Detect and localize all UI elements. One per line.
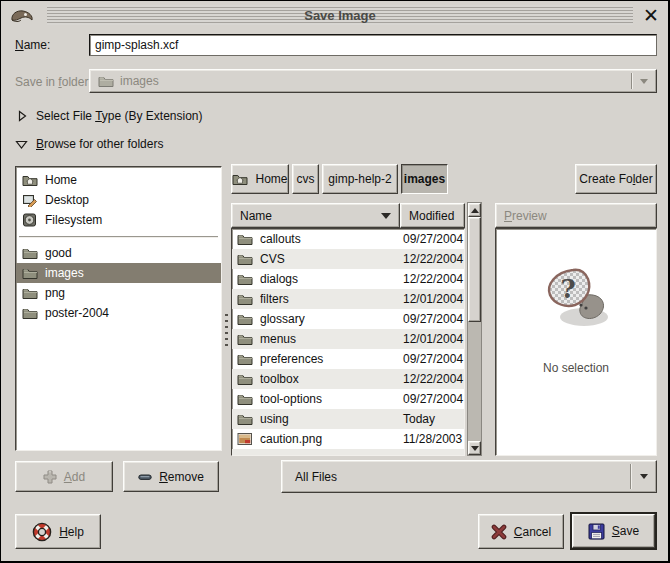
preview-header: Preview [495, 203, 657, 228]
path-button-gimp-help-2[interactable]: gimp-help-2 [322, 164, 398, 194]
column-header-modified[interactable]: Modified [400, 203, 465, 228]
chevron-down-icon [640, 474, 648, 479]
title-bar[interactable]: Save Image [47, 5, 633, 25]
bookmark-png[interactable]: png [16, 283, 221, 303]
desktop-icon [22, 193, 38, 207]
name-input[interactable]: gimp-splash.xcf [89, 34, 657, 56]
folder-icon [237, 332, 253, 346]
grip-dots-icon [225, 314, 228, 346]
wilber-app-icon [9, 6, 35, 26]
close-icon[interactable]: ✕ [639, 3, 663, 27]
file-row[interactable]: glossary09/27/2004 [232, 309, 464, 329]
save-image-dialog: Save Image ✕ Name: gimp-splash.xcf Save … [0, 0, 670, 563]
expander-browse-folders[interactable]: Browse for other folders [15, 137, 163, 151]
shortcut-filesystem[interactable]: Filesystem [16, 210, 221, 230]
folder-icon [237, 452, 253, 456]
folder-icon [22, 266, 38, 280]
save-button[interactable]: Save [572, 514, 655, 548]
no-image-question-icon: ? [540, 267, 616, 331]
shortcut-desktop[interactable]: Desktop [16, 190, 221, 210]
expander-expanded-icon [15, 139, 28, 150]
save-button-default-frame: Save [570, 512, 657, 550]
combo-divider [631, 73, 632, 89]
help-button[interactable]: Help [15, 514, 101, 549]
file-list-scrollbar[interactable] [467, 202, 482, 456]
file-row[interactable]: caution.png11/28/2003 [232, 429, 464, 449]
arrow-down-icon [471, 446, 479, 451]
shortcuts-panel: Home Desktop Filesystem good images png … [15, 166, 222, 451]
folder-icon [237, 372, 253, 386]
floppy-save-icon [588, 523, 605, 540]
chevron-down-icon [640, 79, 648, 84]
folder-icon [22, 306, 38, 320]
scroll-up-button[interactable] [468, 203, 481, 217]
folder-icon [237, 392, 253, 406]
sort-descending-icon [381, 213, 391, 219]
expander-file-type[interactable]: Select File Type (By Extension) [17, 109, 203, 123]
arrow-up-icon [471, 208, 479, 213]
combo-divider [630, 464, 631, 489]
cancel-button[interactable]: Cancel [478, 514, 564, 549]
file-row[interactable]: menus12/01/2004 [232, 329, 464, 349]
folder-icon [237, 312, 253, 326]
folder-icon [237, 352, 253, 366]
lifebuoy-help-icon [32, 522, 52, 542]
name-label: Name: [15, 38, 50, 52]
file-row[interactable]: CVS12/22/2004 [232, 249, 464, 269]
save-in-folder-label: Save in folder: [15, 75, 92, 89]
file-row-partial[interactable] [232, 449, 464, 456]
path-button-home[interactable]: Home [231, 164, 289, 194]
preview-panel: ? No selection [495, 228, 657, 456]
minus-icon [138, 470, 152, 484]
remove-bookmark-button[interactable]: Remove [123, 461, 219, 492]
path-button-images-active[interactable]: images [401, 164, 448, 194]
home-icon [22, 173, 38, 187]
column-header-name[interactable]: Name [231, 203, 400, 228]
file-row[interactable]: filters12/01/2004 [232, 289, 464, 309]
scroll-down-button[interactable] [468, 441, 481, 455]
folder-icon [237, 252, 253, 266]
folder-icon [22, 246, 38, 260]
bookmark-poster-2004[interactable]: poster-2004 [16, 303, 221, 323]
add-bookmark-button[interactable]: Add [15, 461, 113, 492]
expander-browse-folders-label: Browse for other folders [36, 137, 163, 151]
folder-icon [237, 232, 253, 246]
file-list: callouts09/27/2004 CVS12/22/2004 dialogs… [231, 228, 465, 456]
shortcut-home[interactable]: Home [16, 170, 221, 190]
plus-icon [43, 470, 57, 484]
folder-icon [22, 286, 38, 300]
image-file-icon [237, 432, 253, 446]
file-row[interactable]: dialogs12/22/2004 [232, 269, 464, 289]
folder-icon [237, 412, 253, 426]
window-title: Save Image [304, 8, 376, 23]
file-type-filter-combo[interactable]: All Files [281, 460, 657, 493]
filter-value: All Files [295, 470, 337, 484]
folder-icon [237, 272, 253, 286]
bookmark-images-selected[interactable]: images [16, 263, 221, 283]
create-folder-button[interactable]: Create Folder [575, 164, 657, 194]
folder-icon [98, 74, 114, 91]
no-selection-text: No selection [496, 361, 656, 375]
filesystem-icon [22, 213, 38, 227]
file-row[interactable]: callouts09/27/2004 [232, 229, 464, 249]
shortcuts-separator [19, 236, 218, 237]
expander-file-type-label: Select File Type (By Extension) [36, 109, 203, 123]
scrollbar-thumb[interactable] [468, 217, 481, 322]
pane-resize-handle[interactable] [222, 166, 231, 451]
path-button-cvs[interactable]: cvs [292, 164, 319, 194]
home-icon [232, 172, 248, 186]
bookmark-good[interactable]: good [16, 243, 221, 263]
svg-text:?: ? [560, 274, 575, 304]
file-row[interactable]: tool-options09/27/2004 [232, 389, 464, 409]
file-row[interactable]: usingToday [232, 409, 464, 429]
save-in-folder-combo: images [89, 69, 657, 93]
save-in-folder-value: images [120, 74, 159, 88]
cancel-x-icon [491, 524, 507, 540]
file-row[interactable]: toolbox12/22/2004 [232, 369, 464, 389]
file-row[interactable]: preferences09/27/2004 [232, 349, 464, 369]
folder-icon [237, 292, 253, 306]
expander-collapsed-icon [17, 110, 28, 122]
